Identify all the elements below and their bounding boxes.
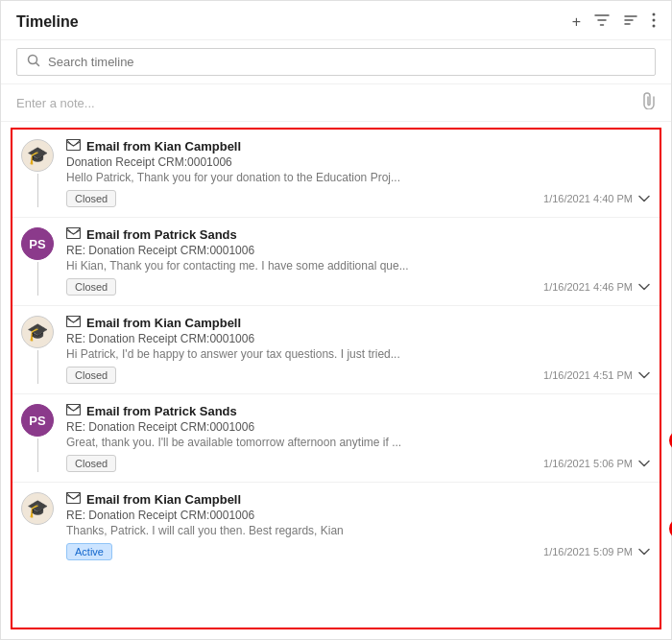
timeline-container: 🎓 Email from Kian Campbell Donation Rece… bbox=[11, 128, 661, 629]
filter-button[interactable] bbox=[594, 12, 610, 32]
avatar: 🎓 bbox=[21, 492, 54, 525]
timeline-panel: Timeline + bbox=[0, 0, 672, 640]
item-title: Email from Patrick Sands bbox=[86, 227, 237, 242]
item-date: 1/16/2021 4:51 PM bbox=[543, 369, 633, 381]
item-title-row: Email from Kian Campbell bbox=[66, 316, 650, 330]
avatar: PS bbox=[21, 227, 54, 260]
avatar: 🎓 bbox=[21, 139, 54, 172]
status-badge: Closed bbox=[66, 455, 116, 472]
more-button[interactable] bbox=[652, 12, 656, 32]
item-date-row: 1/16/2021 4:46 PM bbox=[543, 280, 650, 294]
item-content: Email from Kian Campbell RE: Donation Re… bbox=[62, 316, 650, 384]
chevron-down-icon[interactable] bbox=[638, 545, 650, 558]
item-date: 1/16/2021 4:40 PM bbox=[543, 193, 633, 204]
timeline-item: PS Email from Patrick Sands RE: Donation… bbox=[12, 394, 660, 483]
item-title: Email from Kian Campbell bbox=[86, 492, 241, 507]
item-title-row: Email from Patrick Sands bbox=[66, 227, 650, 242]
item-date: 1/16/2021 5:06 PM bbox=[543, 458, 633, 469]
avatar-col: 🎓 bbox=[12, 316, 62, 384]
item-title: Email from Kian Campbell bbox=[86, 139, 241, 154]
add-button[interactable]: + bbox=[572, 13, 581, 31]
item-preview: Thanks, Patrick. I will call you then. B… bbox=[66, 524, 585, 537]
note-placeholder: Enter a note... bbox=[16, 96, 95, 110]
item-content: Email from Kian Campbell Donation Receip… bbox=[62, 139, 650, 207]
search-input[interactable] bbox=[48, 55, 645, 69]
item-preview: Hi Patrick, I'd be happy to answer your … bbox=[66, 347, 585, 361]
email-icon bbox=[66, 139, 81, 154]
timeline-item: PS Email from Patrick Sands RE: Donation… bbox=[12, 218, 660, 306]
timeline-item: 🎓 Email from Kian Campbell Donation Rece… bbox=[12, 130, 660, 218]
item-title-row: Email from Kian Campbell bbox=[66, 139, 650, 154]
avatar-col: 🎓 bbox=[12, 139, 62, 207]
item-date-row: 1/16/2021 4:51 PM bbox=[543, 368, 650, 382]
status-badge: Active bbox=[66, 543, 112, 560]
item-subtitle: RE: Donation Receipt CRM:0001006 bbox=[66, 332, 650, 345]
panel-title: Timeline bbox=[16, 13, 79, 31]
header-actions: + bbox=[572, 12, 656, 32]
search-input-wrap[interactable] bbox=[16, 48, 656, 76]
email-icon bbox=[66, 227, 81, 242]
item-preview: Hi Kian, Thank you for contacting me. I … bbox=[66, 259, 585, 273]
status-badge: Closed bbox=[66, 367, 116, 384]
timeline-list: 🎓 Email from Kian Campbell Donation Rece… bbox=[12, 130, 660, 570]
item-content: Email from Patrick Sands RE: Donation Re… bbox=[62, 404, 650, 472]
note-bar[interactable]: Enter a note... bbox=[1, 84, 671, 122]
avatar: PS bbox=[21, 404, 54, 437]
timeline-line bbox=[37, 439, 38, 472]
search-icon bbox=[27, 54, 40, 70]
item-footer: Closed 1/16/2021 4:51 PM bbox=[66, 367, 650, 384]
timeline-line bbox=[37, 350, 38, 384]
item-title-row: Email from Patrick Sands bbox=[66, 404, 650, 418]
email-icon bbox=[66, 492, 81, 507]
svg-point-0 bbox=[653, 13, 656, 16]
item-preview: Hello Patrick, Thank you for your donati… bbox=[66, 171, 585, 184]
avatar: 🎓 bbox=[21, 316, 54, 348]
svg-point-1 bbox=[653, 19, 656, 22]
timeline-item: 🎓 Email from Kian Campbell RE: Donation … bbox=[12, 306, 660, 394]
item-date-row: 1/16/2021 4:40 PM bbox=[543, 192, 650, 205]
sort-button[interactable] bbox=[623, 12, 638, 32]
status-badge: Closed bbox=[66, 190, 116, 207]
item-date-row: 1/16/2021 5:09 PM bbox=[543, 545, 650, 558]
avatar-col: 🎓 bbox=[12, 492, 62, 560]
avatar-col: PS bbox=[12, 227, 62, 296]
email-icon bbox=[66, 316, 81, 330]
item-preview: Great, thank you. I'll be available tomo… bbox=[66, 436, 585, 449]
chevron-down-icon[interactable] bbox=[638, 192, 650, 205]
item-title: Email from Kian Campbell bbox=[86, 316, 241, 330]
chevron-down-icon[interactable] bbox=[638, 368, 650, 382]
item-subtitle: Donation Receipt CRM:0001006 bbox=[66, 155, 650, 169]
attachment-icon[interactable] bbox=[642, 92, 656, 113]
item-date: 1/16/2021 4:46 PM bbox=[543, 281, 633, 293]
status-badge: Closed bbox=[66, 278, 116, 296]
item-title: Email from Patrick Sands bbox=[86, 404, 237, 418]
avatar-col: PS bbox=[12, 404, 62, 472]
item-date: 1/16/2021 5:09 PM bbox=[543, 546, 633, 557]
timeline-header: Timeline + bbox=[1, 1, 671, 40]
timeline-item: 🎓 Email from Kian Campbell RE: Donation … bbox=[12, 483, 660, 570]
timeline-line bbox=[37, 262, 38, 296]
item-content: Email from Patrick Sands RE: Donation Re… bbox=[62, 227, 650, 296]
search-bar bbox=[1, 40, 671, 84]
item-subtitle: RE: Donation Receipt CRM:0001006 bbox=[66, 244, 650, 257]
item-title-row: Email from Kian Campbell bbox=[66, 492, 650, 507]
item-subtitle: RE: Donation Receipt CRM:0001006 bbox=[66, 509, 650, 522]
item-date-row: 1/16/2021 5:06 PM bbox=[543, 457, 650, 470]
chevron-down-icon[interactable] bbox=[638, 280, 650, 294]
item-footer: Closed 1/16/2021 4:46 PM bbox=[66, 278, 650, 296]
timeline-line bbox=[37, 174, 38, 207]
svg-point-2 bbox=[653, 25, 656, 28]
item-footer: Active 1/16/2021 5:09 PM bbox=[66, 543, 650, 560]
item-subtitle: RE: Donation Receipt CRM:0001006 bbox=[66, 420, 650, 434]
email-icon bbox=[66, 404, 81, 418]
item-footer: Closed 1/16/2021 4:40 PM bbox=[66, 190, 650, 207]
chevron-down-icon[interactable] bbox=[638, 457, 650, 470]
item-content: Email from Kian Campbell RE: Donation Re… bbox=[62, 492, 650, 560]
item-footer: Closed 1/16/2021 5:06 PM bbox=[66, 455, 650, 472]
